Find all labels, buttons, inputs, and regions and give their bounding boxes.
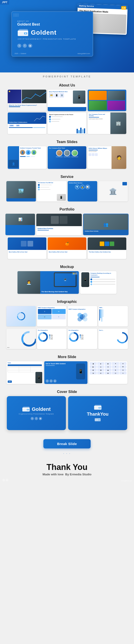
mockup-slide-2-label: Company Ranking According to Customers (90, 272, 115, 276)
team-slide-1-label: Goldent Company Trusted Team (20, 147, 45, 149)
infographic-slide-7[interactable]: Our Infographics 40% 31% 29% (68, 329, 97, 349)
svg-point-14 (83, 317, 87, 322)
svg-point-6 (35, 94, 36, 95)
about-row-1: 🪙 What Do You Know About Cryptocurrency? (0, 90, 134, 112)
footer-subtitle: Made with love By Ermedia Studio (0, 473, 134, 476)
portfolio-slide-2[interactable]: Goldent Best Portfolio (36, 214, 82, 235)
svg-point-43 (99, 420, 99, 420)
more-slide-1-label: Table (8, 362, 42, 364)
infographic-slide-3[interactable]: SWOT Analysis Infographics (68, 306, 97, 326)
break-slide-stars: · · · (0, 452, 134, 455)
more-slide-3[interactable]: ◉ ◈ ◆ ● ▲ ▶ ◎ ★ ♦ ■ ◐ ◑ ◒ ⊕ ⊗ (89, 361, 127, 384)
infographic-slide-8[interactable]: Our Ir... (98, 329, 128, 349)
portfolio-slide-4[interactable]: Best Gallery We've Ever Had (8, 238, 46, 259)
hero-social-icons: 𝕏 f ◉ (17, 44, 32, 48)
svg-point-12 (83, 313, 87, 317)
svg-point-21 (41, 335, 45, 339)
hero-brand-subtitle: Cryptocurrency Presentation Template (18, 38, 76, 40)
hero-section: .PPT Making Service The Best Application… (0, 0, 134, 72)
hero-slide-num: 4.9 (121, 6, 126, 10)
about-slide-5[interactable]: About Cryptocurrencies in the Future (48, 112, 86, 134)
cover-wallet-icon (22, 406, 30, 412)
hero-main-slide: About Us Goldent Best Goldent (11, 11, 93, 56)
about-slide-4[interactable]: Goldent Best Collaborations 1520 325 (8, 112, 46, 134)
infographic-slide-4[interactable]: SWO... (98, 306, 128, 326)
about-num-2: 325 (16, 124, 20, 126)
infographic-slide-6[interactable]: Our Infographics 50% 27% 23% (37, 329, 66, 349)
about-slide-6[interactable]: 🏢 Our Company Focus and Activity Lorem i… (88, 112, 126, 134)
service-slide-4[interactable]: 🏛️ (98, 181, 128, 202)
more-slide-2[interactable]: Get In Touch With Goldent 📱 f t in (44, 361, 87, 384)
portfolio-slide-3[interactable]: 👥 Goldent Best Activity (83, 214, 128, 235)
about-slide-3[interactable] (88, 90, 126, 111)
svg-rect-5 (19, 29, 28, 30)
team-slide-3-label: Delfis Daison William Wijaya (89, 147, 110, 149)
wallet-icon (17, 29, 29, 37)
team-slide-1[interactable]: 👤 Goldent Company Trusted Team 👤 👤 👤 (8, 146, 46, 169)
break-slide-button[interactable]: Break Slide (43, 439, 90, 448)
portfolio-slide-5[interactable]: 🍊 Best Gallery We've Ever Had (48, 238, 86, 259)
about-slide-1[interactable]: 🪙 What Do You Know About Cryptocurrency? (8, 90, 46, 111)
section-team-header: Team Slides (0, 136, 134, 146)
footer-made-with-love: Made with love (42, 473, 63, 476)
service-slide-1[interactable]: 🏙️ (6, 181, 36, 202)
about-slide-5-label: About Cryptocurrencies in the Future (49, 114, 85, 115)
cover-logo-row: Goldent (22, 406, 51, 412)
infographic-slide-3-label: SWOT Analysis Infographics (69, 308, 86, 310)
more-slide-1[interactable]: Table (7, 361, 43, 384)
infographic-slide-2[interactable]: SWOT Analysis Infographics S W O T (37, 306, 66, 326)
infographic-row-2: nics Our Infographics (0, 329, 134, 351)
service-slide-3-label: Goldent Best Service (69, 182, 96, 184)
portfolio-slide-5-label: Best Gallery We've Ever Had (49, 251, 85, 252)
cover-slide-goldent[interactable]: Goldent Cryptocurrency Presentation Temp… (7, 396, 66, 430)
mockup-slide-2[interactable]: 📱 Company Ranking According to Customers (80, 271, 116, 294)
cover-social-row: 𝕏 f ◉ (31, 417, 42, 420)
portfolio-slide-6[interactable]: The Best Gallery that Goldent Has (88, 238, 126, 259)
twitter-icon: 𝕏 (17, 44, 21, 48)
footer-thankyou-text: Thank You (0, 463, 134, 472)
svg-rect-1 (18, 30, 28, 32)
portfolio-row-2: Best Gallery We've Ever Had 🍊 Best Galle… (0, 238, 134, 261)
cover-slide-thankyou[interactable]: ThankYou 𝕏 f www.goldent.com (68, 396, 127, 430)
about-slide-2[interactable]: Easy Payment Methods Now 💳 📱 🏦 📱 (48, 90, 86, 111)
hero-main-label: About Us (17, 20, 29, 22)
portfolio-slide-2-label: Goldent Best Portfolio (37, 228, 81, 229)
svg-rect-40 (95, 405, 101, 406)
mockup-slides-row: 👩‍💼 🖥️ The Best Mockup that Goldent Has … (0, 271, 134, 296)
mockup-slide-1-label: The Best Mockup that Goldent Has (41, 291, 78, 293)
portfolio-slide-3-label: Goldent Best Activity (85, 230, 127, 232)
service-slide-3[interactable]: Goldent Best Service 💎 🔒 📊 (68, 181, 97, 202)
service-slide-2[interactable]: The Services You Will Get (37, 181, 66, 202)
section-about-header: About Us (0, 80, 134, 90)
infographic-slide-2-label: SWOT Analysis Infographics (38, 307, 66, 308)
hero-logo-area: Goldent (17, 29, 56, 37)
portfolio-slide-1[interactable]: 📊 (6, 214, 35, 235)
infographic-slide-1[interactable] (6, 306, 36, 326)
about-slide-6-label: Our Company Focus and Activity (89, 114, 108, 116)
cover-ty-wallet-icon (94, 404, 102, 410)
cover-ty-wallet-row (94, 404, 102, 410)
infographic-slide-4-label: SWO... (99, 307, 127, 308)
more-slides-row: Table (0, 361, 134, 386)
infographic-slide-5[interactable]: nics (6, 329, 36, 349)
team-slide-3[interactable]: 🧑 Delfis Daison William Wijaya CEO & Fou… (88, 146, 126, 169)
infographic-row-1: SWOT Analysis Infographics S W O T SWOT … (0, 306, 134, 329)
hero-brand-title: Goldent (31, 29, 56, 36)
cover-twitter-icon: 𝕏 (31, 417, 34, 420)
cover-facebook-icon: f (35, 417, 38, 420)
hero-website: www.goldent.com (78, 53, 90, 54)
infographic-slide-6-label: Our Infographics (38, 330, 66, 331)
cover-tagline: Cryptocurrency Presentation Template (19, 413, 54, 415)
team-slide-2[interactable]: Our Company Best Team (48, 146, 86, 169)
team-slides-row: 👤 Goldent Company Trusted Team 👤 👤 👤 (0, 146, 134, 171)
svg-point-25 (71, 335, 76, 339)
infographic-slide-5-label: nics (7, 347, 10, 348)
svg-rect-34 (23, 406, 30, 407)
mockup-slide-1[interactable]: 👩‍💼 🖥️ The Best Mockup that Goldent Has … (18, 271, 79, 294)
cover-ty-wallet-icon-2 (95, 417, 101, 422)
about-num-1: 1520 (9, 124, 14, 126)
hero-year: 2025 — Goldent (15, 53, 26, 54)
cover-ty-website: www.goldent.com (121, 480, 132, 482)
portfolio-slide-6-label: The Best Gallery that Goldent Has (89, 251, 125, 252)
svg-point-13 (78, 317, 82, 322)
